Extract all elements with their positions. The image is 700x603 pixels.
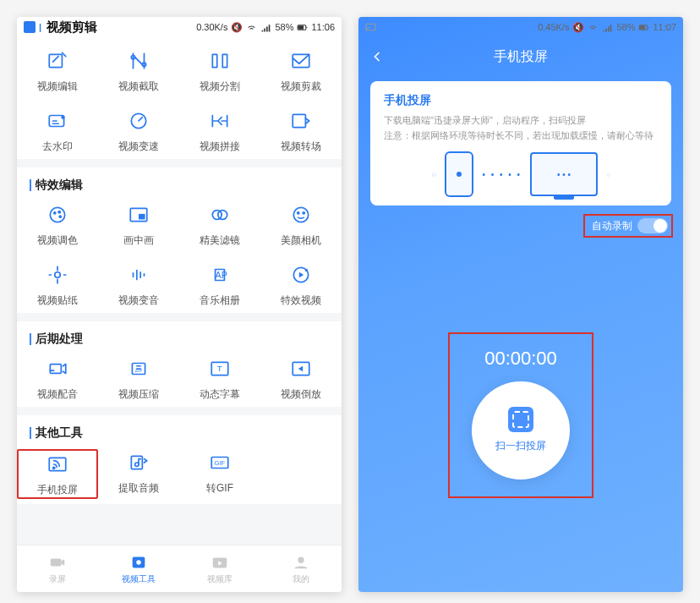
tool-palette[interactable]: 视频调色 [17,201,98,248]
svg-rect-46 [641,25,645,28]
card-line2: 注意：根据网络环境等待时长不同，若出现加载缓慢，请耐心等待 [384,129,658,144]
tool-split[interactable]: 视频分割 [179,47,260,94]
svg-point-26 [305,269,308,271]
svg-point-41 [136,560,141,565]
svg-rect-39 [51,558,62,566]
page-title: 视频剪辑 [46,19,97,36]
tool-beauty[interactable]: 美颜相机 [260,201,342,248]
battery-icon [638,22,649,33]
svg-point-14 [58,211,60,213]
tool-label: 美颜相机 [281,233,321,248]
svg-point-15 [59,216,61,217]
tool-music[interactable]: AP 音乐相册 [179,261,260,308]
tab-record[interactable]: 录屏 [17,545,98,592]
extract-icon [125,449,152,476]
tool-label: 视频压缩 [118,387,159,402]
scan-cast-button[interactable]: 扫一扫投屏 [472,381,570,480]
tab-label: 录屏 [49,573,66,585]
phone-right: 0.45K/s 🔇 58% 11:07 手机投屏 [358,17,683,592]
tool-label: 视频剪裁 [281,79,321,94]
subtitle-icon: T [206,355,233,382]
tab-tools[interactable]: 视频工具 [98,545,179,592]
status-bar: | 视频剪辑 0.30K/s 🔇 58% 11:06 [17,17,342,37]
edit-icon [44,47,71,74]
cast-illustration: ◦ • • • • • ◦ [384,151,658,197]
svg-text:GIF: GIF [215,459,226,467]
tool-fx[interactable]: 特效视频 [260,261,342,308]
crop-icon [287,47,314,74]
svg-point-43 [298,556,304,562]
tool-label: 画中画 [123,233,154,248]
tool-compress[interactable]: ZIP 视频压缩 [98,355,179,402]
timer-display: 00:00:00 [484,348,557,370]
tool-label: 动态字幕 [200,387,240,402]
tool-crop[interactable]: 视频剪裁 [260,47,342,94]
status-time: 11:06 [311,22,335,32]
svg-rect-11 [293,114,305,127]
section-0: 视频编辑 视频截取 视频分割 视频剪裁 去水印 视频变速 视频拼接 视频转场 [17,37,342,159]
tool-edit[interactable]: 视频编辑 [17,47,98,94]
scan-button-label: 扫一扫投屏 [495,439,546,453]
tool-subtitle[interactable]: T 动态字幕 [179,355,260,402]
tool-label: 视频转场 [281,140,321,154]
watermark-icon [44,107,71,134]
tool-transition[interactable]: 视频转场 [260,107,342,154]
tab-label: 视频库 [207,573,232,585]
svg-rect-5 [212,54,216,67]
auto-record-toggle[interactable] [637,218,668,233]
tool-extract[interactable]: 提取音频 [98,449,179,499]
title-prefix-bar: | [39,22,41,32]
card-title: 手机投屏 [384,93,658,108]
tool-speed[interactable]: 视频变速 [98,107,179,154]
svg-point-12 [50,207,64,222]
tools-icon [129,553,148,572]
section-title: |后期处理 [17,332,342,355]
back-button[interactable] [369,48,392,65]
tool-gif[interactable]: GIF 转GIF [179,449,260,499]
tool-label: 精美滤镜 [200,233,240,248]
tool-label: 去水印 [42,140,73,154]
svg-text:ZIP: ZIP [135,368,143,373]
tool-pip[interactable]: 画中画 [98,201,179,248]
svg-rect-27 [50,365,61,374]
tool-label: 视频配音 [37,387,78,402]
signal-icon [602,22,613,33]
tool-dub[interactable]: 视频配音 [17,355,98,402]
svg-point-23 [55,272,61,278]
merge-icon [206,107,233,134]
tool-cast[interactable]: 手机投屏 [17,449,98,499]
tool-label: 手机投屏 [37,483,78,497]
tool-merge[interactable]: 视频拼接 [179,107,260,154]
phone-left: | 视频剪辑 0.30K/s 🔇 58% 11:06 视频编辑 视频截取 视频 [17,17,342,592]
cast-icon [44,451,71,478]
card-line1: 下载电脑端"迅捷录屏大师"，启动程序，扫码投屏 [384,113,658,129]
tool-watermark[interactable]: 去水印 [17,107,98,154]
info-card: 手机投屏 下载电脑端"迅捷录屏大师"，启动程序，扫码投屏 注意：根据网络环境等待… [370,81,671,206]
tab-library[interactable]: 视频库 [179,545,260,592]
notification-indicator-icon [24,21,36,33]
header-title: 手机投屏 [392,48,649,66]
svg-point-34 [53,467,55,469]
compress-icon: ZIP [125,355,152,382]
tool-reverse[interactable]: 视频倒放 [260,355,342,402]
tab-profile[interactable]: 我的 [260,545,342,592]
section-2: |后期处理 视频配音 ZIP 视频压缩 T 动态字幕 视频倒放 [17,321,342,407]
wifi-icon [588,22,599,33]
profile-icon [292,553,310,572]
svg-point-19 [218,211,227,220]
tool-filter[interactable]: 精美滤镜 [179,201,260,248]
fx-icon [287,261,314,288]
tool-label: 视频变音 [118,293,159,308]
tool-label: 特效视频 [281,293,321,308]
tool-audio[interactable]: 视频变音 [98,261,179,308]
pip-icon [125,201,152,228]
auto-record-row: 自动录制 [583,214,673,238]
mute-icon: 🔇 [572,22,584,33]
tool-label: 提取音频 [118,481,159,496]
tool-label: 视频变速 [118,140,159,154]
mute-icon: 🔇 [231,22,243,33]
svg-point-20 [293,207,308,222]
svg-rect-6 [222,54,227,67]
tool-trim[interactable]: 视频截取 [98,47,179,94]
tool-sticker[interactable]: 视频贴纸 [17,261,98,308]
